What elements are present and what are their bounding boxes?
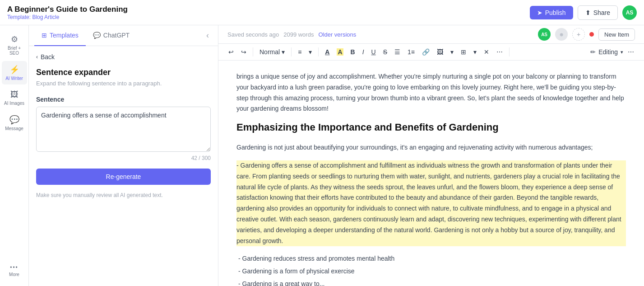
back-arrow-icon: ‹ [36, 54, 38, 60]
undo-button[interactable]: ↩ [226, 47, 236, 57]
strikethrough-button[interactable]: S [380, 47, 390, 57]
chatgpt-tab-icon: 💬 [93, 32, 101, 39]
saved-status: Saved seconds ago [227, 31, 279, 38]
redo-button[interactable]: ↪ [238, 47, 249, 57]
toolbar-sep-1 [253, 47, 253, 56]
sidebar-item-message[interactable]: 💬 Message [2, 111, 27, 135]
editor-meta-right: AS ⊕ + New Item [538, 28, 635, 41]
table-chevron[interactable]: ▾ [471, 47, 479, 57]
char-count: 42 / 300 [36, 155, 211, 161]
sentence-label: Sentence [36, 96, 211, 103]
toolbar-sep-4 [509, 47, 510, 56]
sidebar-item-ai-images[interactable]: 🖼 AI Images [2, 86, 27, 109]
header-right: ➤ Publish ⬆ Share AS [530, 5, 637, 20]
text-style-label: Normal [259, 48, 280, 56]
older-versions-link[interactable]: Older versions [318, 31, 356, 38]
strikethrough-icon: S [383, 48, 387, 56]
tab-templates[interactable]: ⊞ Templates [34, 25, 86, 46]
underline-icon: U [371, 48, 376, 56]
sidebar-item-brief-seo[interactable]: ⚙ Brief + SEO [2, 31, 27, 59]
template-subtitle: Template: Blog Article [7, 14, 128, 20]
sentence-input[interactable]: Gardening offers a sense of accomplishme… [36, 107, 211, 152]
more-icon: ••• [10, 264, 19, 271]
bullet-item-3: - Gardening is a great way to... [236, 279, 626, 286]
toolbar-sep-3 [318, 47, 319, 56]
templates-tab-label: Templates [50, 32, 79, 39]
toolbar-sep-2 [291, 47, 292, 56]
editor-avatar-invite[interactable]: + [572, 28, 585, 41]
clean-format-button[interactable]: ✕ [481, 47, 492, 57]
ai-images-icon: 🖼 [10, 90, 19, 99]
new-item-label: New Item [604, 31, 629, 38]
sidebar-item-ai-writer[interactable]: ⚡ AI Writer [2, 61, 27, 84]
template-label: Template: [7, 14, 31, 20]
para1: Gardening is not just about beautifying … [236, 142, 626, 153]
template-name-link[interactable]: Blog Article [32, 14, 59, 20]
sidebar-item-more[interactable]: ••• More [2, 261, 27, 281]
publish-button[interactable]: ➤ Publish [530, 6, 573, 19]
regenerate-label: Re-generate [106, 173, 141, 180]
tab-chatgpt[interactable]: 💬 ChatGPT [86, 25, 137, 46]
editor-meta-bar: Saved seconds ago 2099 words Older versi… [218, 25, 644, 44]
editor-content[interactable]: brings a unique sense of joy and accompl… [218, 61, 644, 286]
editor-meta-left: Saved seconds ago 2099 words Older versi… [227, 31, 356, 38]
publish-icon: ➤ [537, 9, 542, 16]
align-chevron[interactable]: ▾ [306, 47, 315, 57]
editing-mode-selector[interactable]: ✏ Editing ▾ [590, 48, 623, 56]
brief-seo-label: Brief + SEO [4, 46, 25, 56]
panel-content: ‹ Back Sentence expander Expand the foll… [29, 46, 218, 286]
font-color-icon: A [325, 48, 329, 56]
status-dot [589, 32, 594, 37]
highlighted-paragraph: - Gardening offers a sense of accomplish… [236, 160, 626, 246]
section-heading: Emphasizing the Importance and Benefits … [236, 122, 626, 133]
highlight-button[interactable]: A [334, 47, 346, 57]
toolbar-overflow-button[interactable]: ⋯ [625, 47, 637, 57]
user-avatar[interactable]: AS [622, 5, 637, 20]
editing-label: Editing [598, 48, 618, 56]
back-button[interactable]: ‹ Back [36, 53, 211, 61]
share-icon: ⬆ [585, 9, 591, 16]
message-icon: 💬 [9, 115, 19, 125]
bullet-item-1: - Gardening reduces stress and promotes … [236, 253, 626, 264]
header-left: A Beginner's Guide to Gardening Template… [7, 5, 128, 20]
intro-paragraph: brings a unique sense of joy and accompl… [236, 71, 626, 114]
new-item-button[interactable]: New Item [598, 28, 635, 41]
text-style-select[interactable]: Normal ▾ [257, 47, 287, 57]
ai-writer-icon: ⚡ [9, 65, 19, 75]
share-label: Share [593, 9, 610, 16]
editor-toolbar: ↩ ↪ Normal ▾ ≡ ▾ A A B I U S ☰ 1≡ 🔗 🖼 ▾ … [218, 44, 644, 61]
image-chevron[interactable]: ▾ [448, 47, 456, 57]
underline-button[interactable]: U [369, 47, 379, 57]
edit-pencil-icon: ✏ [590, 48, 596, 56]
more-label: More [9, 272, 19, 277]
font-color-button[interactable]: A [322, 47, 332, 57]
italic-icon: I [362, 48, 364, 56]
main-body: ⚙ Brief + SEO ⚡ AI Writer 🖼 AI Images 💬 … [0, 25, 644, 286]
align-button[interactable]: ≡ [295, 47, 304, 57]
tool-title: Sentence expander [36, 68, 211, 77]
bold-button[interactable]: B [348, 47, 358, 57]
bullet-list-button[interactable]: ☰ [392, 47, 403, 57]
word-count: 2099 words [283, 31, 314, 38]
link-button[interactable]: 🔗 [419, 47, 432, 57]
table-button[interactable]: ⊞ [458, 47, 469, 57]
page-title: A Beginner's Guide to Gardening [7, 5, 128, 14]
ai-writer-label: AI Writer [5, 76, 23, 81]
editor-avatar-2[interactable]: ⊕ [555, 28, 568, 41]
ordered-list-button[interactable]: 1≡ [405, 47, 417, 57]
back-label: Back [41, 53, 55, 61]
share-button[interactable]: ⬆ Share [578, 5, 618, 20]
panel-collapse-button[interactable]: ‹ [203, 27, 213, 44]
editor-avatar-as[interactable]: AS [538, 28, 551, 41]
templates-tab-icon: ⊞ [42, 32, 47, 39]
image-button[interactable]: 🖼 [434, 47, 446, 57]
italic-button[interactable]: I [360, 47, 367, 57]
message-label: Message [5, 126, 23, 131]
more-format-button[interactable]: ⋯ [494, 47, 505, 57]
bold-icon: B [351, 48, 355, 56]
top-header: A Beginner's Guide to Gardening Template… [0, 0, 644, 25]
side-panel: ⊞ Templates 💬 ChatGPT ‹ ‹ Back Sentence … [29, 25, 218, 286]
regenerate-button[interactable]: Re-generate [36, 169, 211, 185]
brief-seo-icon: ⚙ [11, 34, 18, 44]
tool-description: Expand the following sentence into a par… [36, 80, 211, 87]
